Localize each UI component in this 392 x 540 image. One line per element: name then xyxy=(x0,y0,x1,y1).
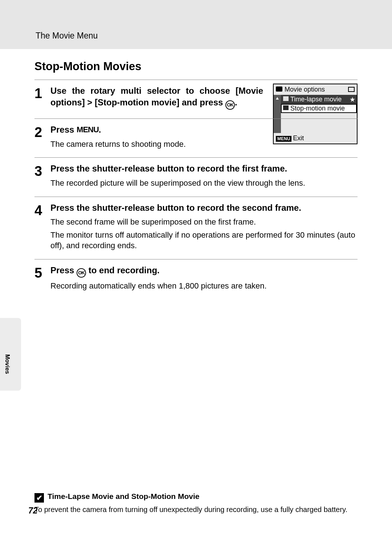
side-tab-label: Movies xyxy=(4,354,11,374)
content-area: Stop-Motion Movies 1 Use the rotary mult… xyxy=(0,49,392,299)
up-triangle-icon xyxy=(276,97,279,100)
step-head-text: . xyxy=(99,125,101,134)
step-number: 4 xyxy=(34,203,50,253)
page-title: Stop-Motion Movies xyxy=(34,60,358,73)
caution-note: ✔Time-Lapse Movie and Stop-Motion Movie … xyxy=(34,492,358,515)
step-number: 2 xyxy=(34,125,50,152)
note-body: To prevent the camera from turning off u… xyxy=(34,505,358,515)
step-heading: Use the rotary multi selector to choose … xyxy=(50,85,263,110)
lcd-title-text: Movie options xyxy=(285,86,325,93)
step-description: The second frame will be superimposed on… xyxy=(50,217,358,227)
step-1: 1 Use the rotary multi selector to choos… xyxy=(34,80,358,118)
step-description: The monitor turns off automatically if n… xyxy=(50,230,358,251)
step-description: Recording automatically ends when 1,800 … xyxy=(50,281,358,291)
ok-icon: OK xyxy=(225,100,235,110)
step-number: 3 xyxy=(34,164,50,190)
movie-icon xyxy=(276,86,282,92)
lcd-row-stopmotion: Stop-motion movie xyxy=(281,104,357,113)
ok-icon: OK xyxy=(77,268,86,278)
step-description: The recorded picture will be superimpose… xyxy=(50,178,358,189)
step-number: 1 xyxy=(34,86,50,113)
timelapse-icon xyxy=(283,96,289,101)
battery-icon xyxy=(348,87,355,92)
manual-page: The Movie Menu Stop-Motion Movies 1 Use … xyxy=(0,0,392,540)
step-number: 5 xyxy=(34,266,50,294)
step-heading: Press the shutter-release button to reco… xyxy=(50,202,358,214)
note-title: ✔Time-Lapse Movie and Stop-Motion Movie xyxy=(34,492,358,503)
step-2: 2 Press MENU. The camera returns to shoo… xyxy=(34,118,358,157)
step-heading: Press OK to end recording. xyxy=(50,265,358,278)
section-header: The Movie Menu xyxy=(36,31,98,41)
menu-glyph-icon: MENU xyxy=(77,125,99,134)
step-head-text: Press xyxy=(50,125,77,134)
step-description: The camera returns to shooting mode. xyxy=(50,139,358,150)
lcd-row-label: Stop-motion movie xyxy=(290,105,345,112)
caution-icon: ✔ xyxy=(34,493,44,503)
lcd-row-label: Time-lapse movie xyxy=(290,96,342,103)
step-head-text: . xyxy=(235,97,237,107)
stopmotion-icon xyxy=(283,105,289,110)
step-heading: Press the shutter-release button to reco… xyxy=(50,163,358,174)
star-icon: ★ xyxy=(350,96,355,104)
step-5: 5 Press OK to end recording. Recording a… xyxy=(34,259,358,299)
step-4: 4 Press the shutter-release button to re… xyxy=(34,197,358,259)
step-head-text: Press xyxy=(50,265,77,275)
lcd-row-timelapse: Time-lapse movie ★ xyxy=(281,95,357,104)
lcd-title-bar: Movie options xyxy=(274,84,357,95)
page-number: 72 xyxy=(28,506,38,516)
note-title-text: Time-Lapse Movie and Stop-Motion Movie xyxy=(48,492,199,500)
step-3: 3 Press the shutter-release button to re… xyxy=(34,157,358,196)
section-side-tab: Movies xyxy=(0,318,21,391)
step-head-text: to end recording. xyxy=(86,265,160,275)
step-heading: Press MENU. xyxy=(50,124,358,136)
header-band: The Movie Menu xyxy=(0,0,392,49)
